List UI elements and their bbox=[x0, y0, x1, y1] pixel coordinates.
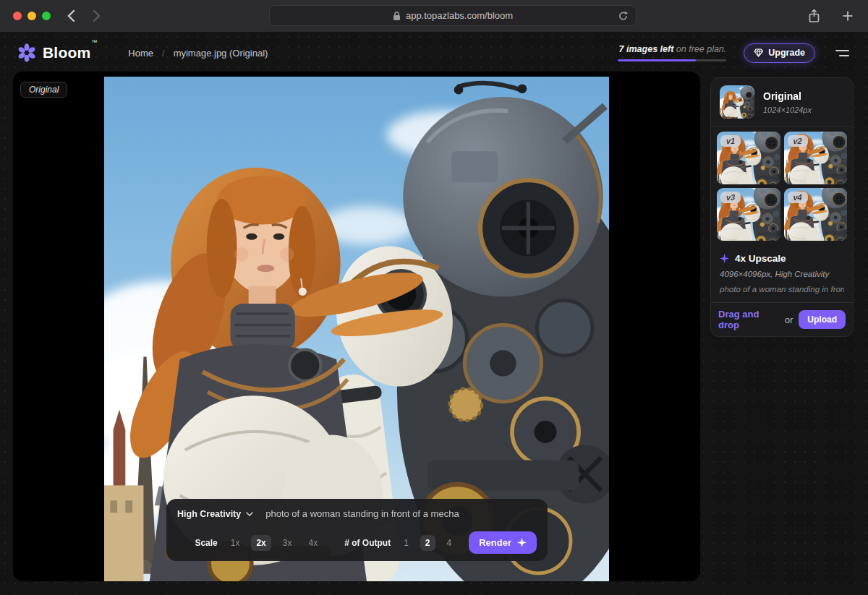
output-option-4[interactable]: 4 bbox=[442, 535, 457, 551]
url-text: app.topazlabs.com/bloom bbox=[406, 10, 513, 21]
results-sidebar: Original 1024×1024px v1 v2 v3 v4 bbox=[710, 77, 854, 337]
logo-text: Bloom bbox=[43, 44, 90, 61]
sparkle-icon bbox=[720, 254, 729, 263]
version-thumbnail-v4[interactable]: v4 bbox=[784, 188, 848, 241]
render-label: Render bbox=[479, 537, 511, 548]
render-button[interactable]: Render bbox=[469, 531, 537, 554]
plan-suffix-text: on free plan. bbox=[673, 44, 726, 54]
upscale-title: 4x Upscale bbox=[735, 253, 786, 264]
upscale-info: 4x Upscale 4096×4096px, High Creativity … bbox=[711, 246, 853, 302]
back-button[interactable] bbox=[67, 9, 76, 22]
chevron-down-icon bbox=[246, 512, 253, 516]
version-thumbnail-v1[interactable]: v1 bbox=[717, 132, 780, 184]
scale-option-2x[interactable]: 2x bbox=[251, 535, 271, 551]
upgrade-label: Upgrade bbox=[768, 48, 805, 58]
output-option-2[interactable]: 2 bbox=[420, 535, 435, 551]
plan-progress-fill bbox=[618, 59, 696, 61]
version-badge: v2 bbox=[788, 135, 808, 147]
reload-icon[interactable] bbox=[618, 10, 629, 22]
address-bar[interactable]: app.topazlabs.com/bloom bbox=[269, 5, 637, 26]
scale-option-1x[interactable]: 1x bbox=[226, 535, 245, 551]
breadcrumb: Home / myimage.jpg (Original) bbox=[128, 48, 268, 59]
scale-option-4x[interactable]: 4x bbox=[303, 535, 323, 551]
prompt-input[interactable]: photo of a woman standing in front of a … bbox=[265, 508, 459, 519]
images-left-text: 7 images left bbox=[619, 44, 674, 54]
new-tab-icon[interactable] bbox=[842, 10, 854, 22]
upscale-subtitle: 4096×4096px, High Creativity bbox=[720, 270, 844, 278]
creativity-label: High Creativity bbox=[177, 509, 241, 519]
bloom-logo[interactable]: Bloom™ bbox=[17, 43, 96, 62]
versions-grid: v1 v2 v3 v4 bbox=[711, 127, 853, 246]
version-badge: v1 bbox=[720, 135, 741, 147]
breadcrumb-current: myimage.jpg (Original) bbox=[174, 48, 268, 59]
bloom-flower-icon bbox=[17, 43, 36, 62]
image-canvas[interactable]: Original High Creativity photo of a woma… bbox=[13, 72, 700, 581]
original-row[interactable]: Original 1024×1024px bbox=[711, 78, 853, 126]
upload-row: Drag and drop or Upload bbox=[711, 303, 853, 336]
original-thumbnail[interactable] bbox=[720, 85, 754, 119]
creativity-dropdown[interactable]: High Creativity bbox=[177, 509, 253, 519]
upscale-prompt-preview: photo of a woman standing in front o... bbox=[720, 285, 844, 294]
original-badge: Original bbox=[20, 82, 67, 98]
breadcrumb-home[interactable]: Home bbox=[128, 48, 153, 59]
app-header: Bloom™ Home / myimage.jpg (Original) 7 i… bbox=[0, 32, 868, 74]
original-dimensions: 1024×1024px bbox=[763, 106, 812, 114]
upgrade-button[interactable]: Upgrade bbox=[744, 43, 815, 63]
scale-option-3x[interactable]: 3x bbox=[278, 535, 297, 551]
version-badge: v3 bbox=[720, 192, 741, 203]
version-thumbnail-v3[interactable]: v3 bbox=[717, 188, 780, 241]
breadcrumb-separator: / bbox=[162, 48, 165, 59]
window-controls bbox=[13, 12, 51, 20]
close-window-button[interactable] bbox=[13, 12, 22, 20]
browser-chrome: app.topazlabs.com/bloom bbox=[0, 0, 868, 32]
output-label: # of Output bbox=[344, 538, 391, 548]
version-thumbnail-v2[interactable]: v2 bbox=[784, 132, 848, 184]
logo-tm: ™ bbox=[91, 39, 97, 46]
original-title: Original bbox=[763, 90, 812, 102]
minimize-window-button[interactable] bbox=[27, 12, 36, 20]
plan-usage: 7 images left on free plan. bbox=[618, 44, 726, 61]
or-text: or bbox=[785, 314, 793, 325]
output-option-1[interactable]: 1 bbox=[399, 535, 414, 551]
drag-and-drop-link[interactable]: Drag and drop bbox=[718, 309, 779, 330]
lock-icon bbox=[393, 11, 401, 21]
menu-icon[interactable] bbox=[833, 47, 852, 59]
share-icon[interactable] bbox=[808, 9, 820, 23]
forward-button[interactable] bbox=[92, 9, 101, 22]
version-badge: v4 bbox=[788, 192, 808, 203]
plan-progress-track bbox=[618, 59, 726, 61]
bloom-app: Bloom™ Home / myimage.jpg (Original) 7 i… bbox=[0, 32, 868, 595]
upload-button[interactable]: Upload bbox=[799, 310, 846, 329]
render-toolbar: High Creativity photo of a woman standin… bbox=[166, 499, 548, 561]
gem-icon bbox=[754, 48, 763, 57]
scale-label: Scale bbox=[195, 538, 217, 548]
sparkle-icon bbox=[517, 538, 527, 547]
zoom-window-button[interactable] bbox=[42, 12, 51, 20]
